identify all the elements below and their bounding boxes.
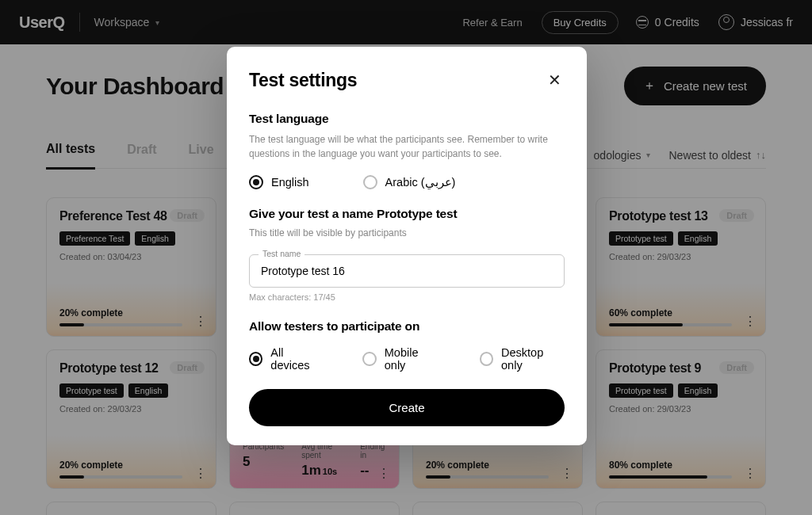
create-button[interactable]: Create xyxy=(249,389,565,426)
radio-english[interactable]: English xyxy=(249,175,309,189)
radio-icon xyxy=(249,352,262,366)
field-label: Test name xyxy=(259,249,304,258)
char-counter: Max characters: 17/45 xyxy=(249,292,565,302)
language-heading: Test language xyxy=(249,112,565,126)
name-heading: Give your test a name Prototype test xyxy=(249,207,565,221)
radio-mobile-only[interactable]: Mobile only xyxy=(362,346,439,372)
radio-icon xyxy=(362,352,376,366)
radio-all-devices[interactable]: All devices xyxy=(249,346,323,372)
modal-title: Test settings xyxy=(249,70,357,91)
name-help: This title will be visible by participan… xyxy=(249,226,565,240)
devices-heading: Allow testers to participate on xyxy=(249,319,565,334)
test-name-input[interactable] xyxy=(249,254,565,288)
language-help: The test language will be what the parti… xyxy=(249,132,565,161)
close-icon[interactable]: ✕ xyxy=(545,67,565,93)
radio-icon xyxy=(363,175,377,189)
radio-arabic[interactable]: Arabic (عربي) xyxy=(363,175,456,189)
radio-icon xyxy=(249,175,263,189)
test-settings-modal: Test settings ✕ Test language The test l… xyxy=(227,47,587,445)
radio-desktop-only[interactable]: Desktop only xyxy=(480,346,565,372)
radio-icon xyxy=(480,352,493,366)
